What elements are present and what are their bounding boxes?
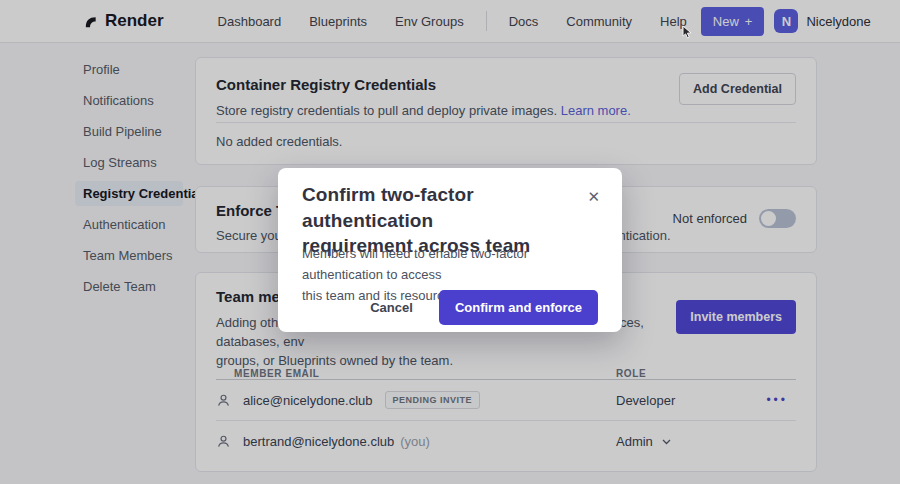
render-settings-page: Render Dashboard Blueprints Env Groups D… bbox=[0, 0, 900, 484]
cancel-button[interactable]: Cancel bbox=[370, 300, 413, 315]
modal-title-line1: Confirm two-factor authentication bbox=[302, 184, 474, 231]
confirm-2fa-modal: Confirm two-factor authentication requir… bbox=[278, 168, 622, 332]
confirm-and-enforce-button[interactable]: Confirm and enforce bbox=[439, 290, 598, 325]
modal-footer: Cancel Confirm and enforce bbox=[278, 282, 622, 332]
close-icon[interactable]: ✕ bbox=[583, 184, 604, 210]
modal-body-line1: Members will need to enable two-factor a… bbox=[302, 246, 528, 282]
